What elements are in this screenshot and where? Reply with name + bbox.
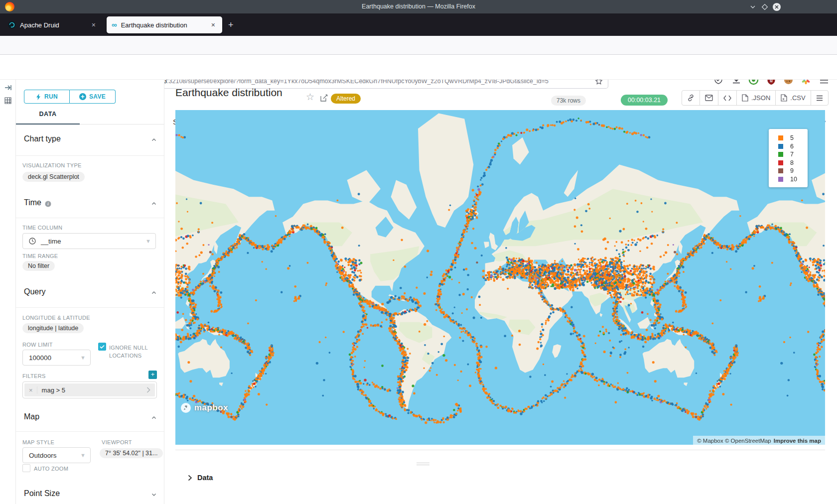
save-button[interactable]: SAVE (70, 90, 116, 104)
chevron-down-icon: ▼ (80, 452, 90, 458)
lonlat-label: LONGITUDE & LATITUDE (22, 315, 90, 321)
chart-action-buttons: .JSON .CSV (682, 90, 829, 106)
deckgl-scatter-map[interactable] (175, 110, 825, 445)
time-range-label: TIME RANGE (22, 253, 58, 259)
divider (16, 155, 164, 156)
auto-zoom-checkbox[interactable] (22, 464, 30, 472)
window-close-button[interactable] (772, 2, 781, 11)
mapbox-logo[interactable]: mapbox (180, 402, 228, 413)
filter-chip[interactable]: × mag > 5 (24, 383, 155, 396)
file-csv-icon (781, 94, 787, 102)
checkbox-checked[interactable] (98, 343, 106, 351)
window-title: Earthquake distribution — Mozilla Firefo… (0, 0, 837, 13)
run-button[interactable]: RUN (24, 90, 70, 104)
chevron-down-icon: ▼ (80, 355, 90, 361)
window-maximize-button[interactable] (760, 2, 769, 11)
query-timer-badge: 00:00:03.21 (621, 95, 668, 106)
filter-value: mag > 5 (42, 386, 65, 394)
time-column-label: TIME COLUMN (22, 225, 62, 231)
time-range-value[interactable]: No filter (22, 261, 55, 271)
viz-type-label: VISUALIZATION TYPE (22, 162, 82, 168)
tab-data[interactable]: DATA (16, 111, 80, 118)
explore-control-panel: RUN SAVE DATA Chart type VISUALIZATION T… (16, 80, 164, 504)
altered-badge[interactable]: Altered (331, 94, 361, 104)
chevron-down-icon[interactable] (151, 492, 156, 497)
section-time[interactable]: Time (24, 198, 41, 207)
dataset-grid-icon[interactable] (4, 97, 12, 105)
tab-earthquake-distribution[interactable]: ∞ Earthquake distribution × (107, 16, 222, 33)
divider (16, 218, 164, 218)
section-point-size[interactable]: Point Size (24, 489, 60, 498)
map-style-label: MAP STYLE (22, 439, 54, 445)
edit-properties-icon[interactable] (320, 94, 328, 102)
viewport-value[interactable]: 7° 35' 54.02" | 31... (100, 448, 163, 458)
tab-close-icon[interactable]: × (209, 20, 217, 29)
new-tab-button[interactable]: + (228, 20, 234, 29)
superset-favicon-icon: ∞ (112, 22, 117, 27)
browser-tab-strip: Apache Druid × ∞ Earthquake distribution… (0, 13, 837, 36)
tab-apache-druid[interactable]: Apache Druid × (3, 16, 103, 33)
legend-item: 9 (769, 167, 808, 175)
data-panel-toggle[interactable]: Data (188, 474, 213, 482)
embed-code-button[interactable] (718, 91, 737, 105)
window-minimize-button[interactable] (748, 2, 757, 11)
chevron-right-icon (188, 475, 192, 481)
divider (16, 307, 164, 308)
file-icon (742, 94, 748, 102)
chevron-right-icon[interactable] (146, 387, 150, 393)
export-csv-button[interactable]: .CSV (776, 91, 811, 105)
favorite-star-icon[interactable]: ☆ (306, 91, 314, 103)
legend-item: 6 (769, 142, 808, 151)
row-limit-select[interactable]: 100000 ▼ (22, 350, 91, 366)
tab-label: Earthquake distribution (121, 21, 187, 29)
email-button[interactable] (700, 91, 718, 105)
map-canvas[interactable] (175, 110, 825, 445)
section-query[interactable]: Query (24, 287, 46, 296)
mapbox-wordmark: mapbox (194, 403, 228, 413)
chevron-up-icon[interactable] (151, 201, 156, 206)
tab-label: Apache Druid (20, 21, 59, 29)
viewport-label: VIEWPORT (102, 439, 132, 445)
chevron-up-icon[interactable] (151, 290, 156, 295)
bolt-icon (36, 94, 41, 100)
export-json-button[interactable]: .JSON (737, 91, 776, 105)
window-titlebar: Earthquake distribution — Mozilla Firefo… (0, 0, 837, 13)
map-style-select[interactable]: Outdoors ▼ (22, 447, 91, 463)
section-chart-type[interactable]: Chart type (24, 134, 61, 143)
viz-type-value[interactable]: deck.gl Scatterplot (22, 172, 85, 182)
chevron-down-icon: ▼ (145, 238, 155, 244)
auto-zoom-label: AUTO ZOOM (34, 466, 68, 472)
clock-icon (29, 238, 36, 245)
data-results-panel (175, 450, 825, 504)
map-legend: 5 6 7 8 9 10 (769, 129, 808, 187)
tab-close-icon[interactable]: × (90, 20, 98, 29)
firefox-logo-icon (5, 2, 14, 11)
ignore-null-label: IGNORE NULL LOCATIONS (109, 344, 156, 360)
chart-title: Earthquake distribution (175, 87, 282, 99)
improve-map-link[interactable]: Improve this map (774, 438, 821, 444)
remove-filter-icon[interactable]: × (24, 386, 37, 394)
browser-toolbar: 172.18.0.3:32108/superset/explore/?form_… (0, 36, 837, 55)
legend-item: 10 (769, 175, 808, 184)
superset-navbar: Superset Dashboards Charts SQL Lab▼ Data… (0, 55, 837, 80)
copy-link-button[interactable] (682, 91, 700, 105)
left-icon-rail (0, 80, 16, 504)
chevron-up-icon[interactable] (151, 415, 156, 420)
lonlat-value[interactable]: longitude | latitude (22, 323, 84, 333)
time-column-select[interactable]: __time ▼ (22, 233, 156, 249)
row-count-badge: 73k rows (551, 96, 586, 106)
legend-item: 7 (769, 150, 808, 159)
add-filter-button[interactable]: + (148, 371, 157, 379)
map-attribution[interactable]: © Mapbox © OpenStreetMapImprove this map (693, 436, 825, 445)
collapse-panel-icon[interactable] (4, 84, 12, 92)
filters-label: FILTERS (22, 373, 46, 379)
row-limit-label: ROW LIMIT (22, 342, 53, 348)
legend-item: 5 (769, 134, 808, 142)
section-map[interactable]: Map (24, 412, 39, 421)
divider (16, 431, 164, 432)
filter-box: × mag > 5 (22, 381, 157, 398)
chevron-up-icon[interactable] (151, 137, 156, 142)
save-plus-icon (79, 93, 86, 100)
chart-menu-button[interactable] (811, 91, 828, 105)
info-icon[interactable]: i (45, 201, 51, 207)
